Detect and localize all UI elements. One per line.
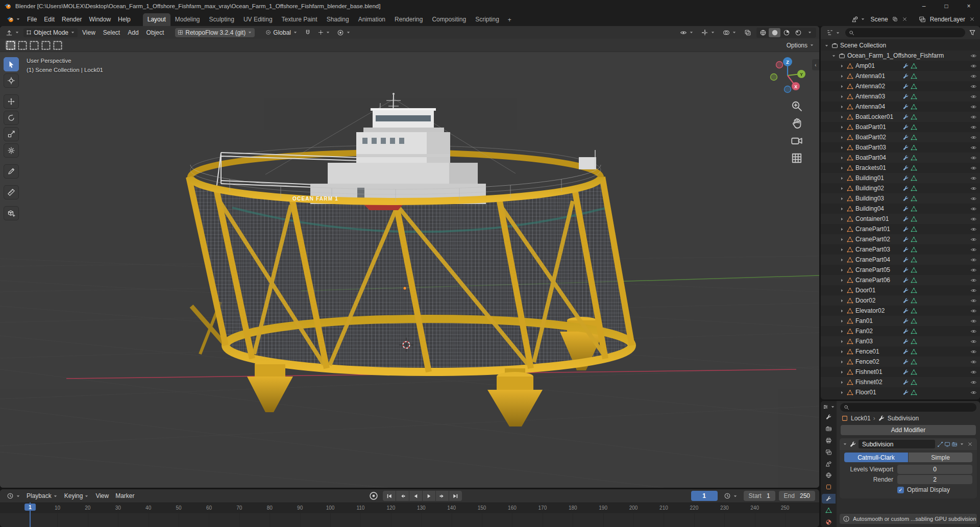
- shading-rendered-button[interactable]: [792, 28, 804, 37]
- hide-toggle[interactable]: [970, 267, 977, 273]
- tool-add-cube[interactable]: [4, 206, 19, 220]
- transform-orientation-select[interactable]: Global: [263, 28, 300, 37]
- outliner-row-boatpart04[interactable]: BoatPart04: [821, 153, 980, 163]
- outliner-row-amp01[interactable]: Amp01: [821, 61, 980, 71]
- navigation-gizmo[interactable]: Z Y X: [767, 55, 808, 96]
- properties-tab-tool[interactable]: [822, 412, 836, 422]
- mode-select[interactable]: Object Mode: [23, 28, 78, 37]
- current-frame-field[interactable]: 1: [691, 491, 718, 501]
- window-maximize-button[interactable]: □: [935, 0, 958, 12]
- hide-toggle[interactable]: [970, 195, 977, 202]
- hide-toggle[interactable]: [970, 93, 977, 100]
- xray-toggle[interactable]: [742, 28, 754, 37]
- shading-solid-button[interactable]: [769, 28, 780, 37]
- outliner-row-cranepart04[interactable]: CranePart04: [821, 255, 980, 265]
- expand-icon[interactable]: [839, 258, 845, 262]
- expand-icon[interactable]: [839, 156, 845, 160]
- hide-toggle[interactable]: [970, 134, 977, 141]
- play-back-button[interactable]: [409, 491, 422, 501]
- hide-toggle[interactable]: [970, 246, 977, 253]
- workspace-tab-layout[interactable]: Layout: [143, 13, 170, 26]
- properties-tab-world[interactable]: [822, 470, 836, 481]
- outliner-search-input[interactable]: [845, 28, 965, 37]
- expand-icon[interactable]: [839, 94, 845, 99]
- hide-toggle[interactable]: [970, 165, 977, 171]
- new-scene-button[interactable]: [891, 15, 899, 23]
- timeline-menu-keying[interactable]: Keying: [61, 491, 92, 501]
- expand-icon[interactable]: [839, 166, 845, 170]
- hide-toggle[interactable]: [970, 389, 977, 396]
- expand-icon[interactable]: [839, 74, 845, 79]
- outliner-row-fence01[interactable]: Fence01: [821, 346, 980, 357]
- expand-icon[interactable]: [839, 135, 845, 140]
- outliner-row-brackets01[interactable]: Brackets01: [821, 163, 980, 173]
- expand-icon[interactable]: [839, 309, 845, 313]
- select-mode-set[interactable]: [5, 40, 16, 50]
- camera-view-button[interactable]: [791, 135, 803, 147]
- properties-tab-render[interactable]: [822, 424, 836, 434]
- hide-toggle[interactable]: [970, 144, 977, 151]
- expand-icon[interactable]: [839, 176, 845, 181]
- tool-measure[interactable]: [4, 185, 19, 199]
- hide-toggle[interactable]: [970, 308, 977, 314]
- outliner-row-cranepart06[interactable]: CranePart06: [821, 275, 980, 285]
- scene-browse-button[interactable]: [849, 15, 868, 24]
- snap-settings-dropdown[interactable]: [315, 29, 333, 36]
- shading-dropdown[interactable]: [804, 28, 816, 37]
- tool-move[interactable]: [4, 94, 19, 109]
- tool-transform[interactable]: [4, 143, 19, 158]
- properties-tab-data[interactable]: [822, 505, 836, 515]
- hide-toggle[interactable]: [970, 83, 977, 90]
- workspace-tab-sculpting[interactable]: Sculpting: [205, 13, 239, 26]
- tool-rotate[interactable]: [4, 111, 19, 125]
- outliner-row-boatpart03[interactable]: BoatPart03: [821, 142, 980, 153]
- outliner-row-fence02[interactable]: Fence02: [821, 357, 980, 367]
- tool-tweak-select[interactable]: [4, 57, 19, 71]
- frame-ruler[interactable]: 1102030405060708090100110120130140150160…: [0, 503, 819, 513]
- hide-toggle[interactable]: [970, 348, 977, 355]
- hide-toggle[interactable]: [970, 63, 977, 69]
- panel-collapse-icon[interactable]: [843, 442, 847, 446]
- add-modifier-button[interactable]: Add Modifier: [841, 425, 976, 435]
- jump-last-button[interactable]: [449, 491, 462, 501]
- outliner-row-boatlocker01[interactable]: BoatLocker01: [821, 112, 980, 122]
- hide-toggle[interactable]: [970, 155, 977, 161]
- tool-cursor[interactable]: [4, 73, 19, 88]
- hide-toggle[interactable]: [970, 236, 977, 243]
- outliner-row-cranepart05[interactable]: CranePart05: [821, 265, 980, 275]
- sidebar-toggle-button[interactable]: ‹: [812, 59, 819, 70]
- algorithm-catmull-clark-button[interactable]: Catmull-Clark: [844, 453, 908, 462]
- viewport-menu-add[interactable]: Add: [125, 28, 141, 38]
- outliner-row-floor01[interactable]: Floor01: [821, 387, 980, 397]
- outliner-row-scene-collection[interactable]: Scene Collection: [821, 40, 980, 51]
- expand-icon[interactable]: [839, 329, 845, 334]
- hide-toggle[interactable]: [970, 287, 977, 294]
- menu-help[interactable]: Help: [114, 14, 134, 24]
- overlays-dropdown[interactable]: [720, 28, 739, 37]
- hide-toggle[interactable]: [970, 216, 977, 222]
- outliner-row-antenna02[interactable]: Antenna02: [821, 81, 980, 91]
- perspective-toggle-button[interactable]: [791, 152, 803, 164]
- outliner-row-building03[interactable]: Building03: [821, 193, 980, 204]
- editor-type-button[interactable]: [3, 28, 22, 37]
- hide-toggle[interactable]: [970, 206, 977, 212]
- frame-start-field[interactable]: Start1: [744, 491, 775, 501]
- next-key-button[interactable]: [436, 491, 449, 501]
- workspace-tab-texture-paint[interactable]: Texture Paint: [277, 13, 322, 26]
- object-visibility-dropdown[interactable]: [677, 28, 696, 37]
- timeline-body[interactable]: 1102030405060708090100110120130140150160…: [0, 503, 819, 527]
- hide-toggle[interactable]: [970, 104, 977, 110]
- window-minimize-button[interactable]: –: [913, 0, 935, 12]
- optimal-display-checkbox[interactable]: ✓Optimal Display: [897, 486, 950, 493]
- menu-edit[interactable]: Edit: [40, 14, 58, 24]
- algorithm-simple-button[interactable]: Simple: [909, 453, 972, 462]
- outliner-row-fan02[interactable]: Fan02: [821, 326, 980, 336]
- select-mode-intersect[interactable]: [52, 40, 63, 50]
- expand-icon[interactable]: [839, 125, 845, 130]
- expand-icon[interactable]: [839, 319, 845, 323]
- expand-icon[interactable]: [839, 390, 845, 395]
- expand-icon[interactable]: [839, 268, 845, 272]
- viewport-menu-select[interactable]: Select: [100, 28, 123, 38]
- expand-icon[interactable]: [839, 360, 845, 364]
- expand-icon[interactable]: [839, 105, 845, 109]
